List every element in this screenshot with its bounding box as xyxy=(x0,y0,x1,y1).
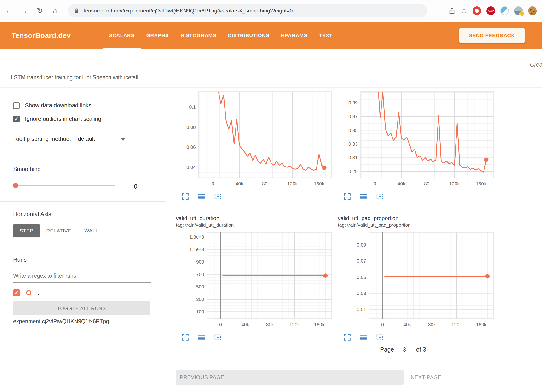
reload-icon[interactable]: ↻ xyxy=(35,6,45,16)
log-scale-icon[interactable] xyxy=(359,334,368,341)
browser-actions: ☆ ABP 1 xyxy=(448,0,542,22)
axis-relative-button[interactable]: RELATIVE xyxy=(40,224,78,237)
next-page-button[interactable]: NEXT PAGE xyxy=(411,370,441,385)
forward-icon[interactable]: → xyxy=(19,6,30,16)
fit-domain-icon[interactable] xyxy=(376,193,384,200)
back-icon[interactable]: ← xyxy=(4,6,14,16)
home-icon[interactable]: ⌂ xyxy=(50,6,60,16)
divider xyxy=(0,248,166,248)
blue-extension-icon[interactable] xyxy=(500,6,509,15)
previous-page-button[interactable]: PREVIOUS PAGE xyxy=(176,370,404,385)
svg-text:120k: 120k xyxy=(451,322,462,327)
address-bar[interactable]: tensorboard.dev/experiment/cj2vtPiwQHKN9… xyxy=(68,4,427,17)
scalar-line-chart[interactable]: 040k80k120k160k0.010.030.050.070.09 xyxy=(338,231,496,331)
svg-text:120k: 120k xyxy=(449,181,460,186)
log-scale-icon[interactable] xyxy=(197,193,206,200)
svg-text:0: 0 xyxy=(374,181,376,186)
svg-text:0: 0 xyxy=(212,181,214,186)
svg-text:1.1e+3: 1.1e+3 xyxy=(189,247,204,252)
settings-sidebar: Show data download links ✓ Ignore outlie… xyxy=(0,87,166,392)
checkbox-checked-icon[interactable]: ✓ xyxy=(13,116,20,122)
runs-filter-input[interactable] xyxy=(13,269,151,283)
run-checkbox[interactable]: ✓ xyxy=(13,289,20,296)
expand-chart-icon[interactable] xyxy=(343,193,351,200)
browser-nav-group: ← → ↻ ⌂ xyxy=(0,6,60,16)
fit-domain-icon[interactable] xyxy=(376,334,384,341)
bookmark-star-icon[interactable]: ☆ xyxy=(461,7,467,14)
content-area: Show data download links ✓ Ignore outlie… xyxy=(0,87,542,392)
svg-text:100: 100 xyxy=(196,309,204,314)
svg-text:0.39: 0.39 xyxy=(348,100,358,105)
svg-text:80k: 80k xyxy=(266,322,274,327)
tooltip-sorting-select[interactable]: default xyxy=(76,135,127,144)
experiment-subheader: Crea LSTM transducer training for LibriS… xyxy=(0,49,542,87)
profile-badge: 1 xyxy=(519,11,525,16)
charts-panel: 040k80k120k160k0.040.060.080.1 xyxy=(166,87,542,392)
svg-text:40k: 40k xyxy=(236,181,243,186)
tooltip-sorting-label: Tooltip sorting method: xyxy=(13,136,71,144)
chart-tag: tag: train/valid_utt_duration xyxy=(176,222,338,229)
chevron-down-icon xyxy=(121,138,125,141)
ignore-outliers-row[interactable]: ✓ Ignore outliers in chart scaling xyxy=(13,114,101,124)
svg-text:80k: 80k xyxy=(428,322,436,327)
show-download-links-label: Show data download links xyxy=(25,102,92,109)
url-text[interactable]: tensorboard.dev/experiment/cj2vtPiwQHKN9… xyxy=(84,8,293,14)
svg-text:160k: 160k xyxy=(314,181,324,186)
axis-step-button[interactable]: STEP xyxy=(13,224,40,237)
adblock-extension-icon[interactable] xyxy=(473,6,481,15)
scalar-line-chart[interactable]: 040k80k120k160k0.040.060.080.1 xyxy=(176,90,334,190)
scalar-line-chart[interactable]: 040k80k120k160k0.290.310.330.350.370.39 xyxy=(338,90,496,190)
show-download-links-row[interactable]: Show data download links xyxy=(13,101,92,110)
svg-text:0.35: 0.35 xyxy=(348,128,358,133)
svg-text:40k: 40k xyxy=(241,322,249,327)
smoothing-slider-thumb[interactable] xyxy=(13,183,18,188)
svg-text:40k: 40k xyxy=(398,181,405,186)
pagination: Page of 3 xyxy=(380,346,426,354)
tooltip-sorting-row: Tooltip sorting method: default xyxy=(13,133,127,144)
checkbox-unchecked-icon[interactable] xyxy=(13,102,20,109)
svg-text:900: 900 xyxy=(196,259,204,265)
tab-histograms[interactable]: HISTOGRAMS xyxy=(180,22,216,49)
svg-text:0: 0 xyxy=(381,322,384,327)
share-icon[interactable] xyxy=(448,7,456,14)
svg-text:0.08: 0.08 xyxy=(186,125,196,130)
expand-chart-icon[interactable] xyxy=(181,193,189,200)
svg-text:1.3e+3: 1.3e+3 xyxy=(189,234,204,240)
scalar-line-chart[interactable]: 040k80k120k160k1003005007009001.1e+31.3e… xyxy=(176,231,334,331)
log-scale-icon[interactable] xyxy=(359,193,368,200)
cookie-extension-icon[interactable] xyxy=(528,6,537,15)
abp-extension-icon[interactable]: ABP xyxy=(486,6,495,15)
experiment-description: LSTM transducer training for LibriSpeech… xyxy=(11,74,138,81)
chart-actions xyxy=(338,334,500,341)
scalar-chart-card-2: 040k80k120k160k0.290.310.330.350.370.39 xyxy=(338,87,500,200)
svg-text:0.03: 0.03 xyxy=(357,291,366,296)
svg-text:160k: 160k xyxy=(314,322,325,327)
send-feedback-button[interactable]: SEND FEEDBACK xyxy=(459,28,525,43)
profile-avatar[interactable]: 1 xyxy=(514,6,523,15)
axis-wall-button[interactable]: WALL xyxy=(78,224,105,237)
tab-distributions[interactable]: DISTRIBUTIONS xyxy=(228,22,269,49)
fit-domain-icon[interactable] xyxy=(214,334,222,341)
page-number-input[interactable] xyxy=(397,346,411,354)
tab-hparams[interactable]: HPARAMS xyxy=(281,22,307,49)
toggle-all-runs-button[interactable]: TOGGLE ALL RUNS xyxy=(13,301,150,315)
svg-text:0: 0 xyxy=(219,322,222,327)
tab-scalars[interactable]: SCALARS xyxy=(109,22,134,49)
log-scale-icon[interactable] xyxy=(197,334,206,341)
expand-chart-icon[interactable] xyxy=(181,334,189,341)
run-row[interactable]: ✓ . xyxy=(13,289,39,296)
header-tabs: SCALARS GRAPHS HISTOGRAMS DISTRIBUTIONS … xyxy=(109,22,333,49)
svg-text:0.01: 0.01 xyxy=(357,307,366,312)
tab-graphs[interactable]: GRAPHS xyxy=(146,22,169,49)
app-logo[interactable]: TensorBoard.dev xyxy=(12,22,71,49)
smoothing-value-input[interactable] xyxy=(120,181,151,192)
svg-text:0.31: 0.31 xyxy=(348,155,358,160)
chart-tag xyxy=(338,87,500,88)
tab-text[interactable]: TEXT xyxy=(319,22,332,49)
chart-title: valid_utt_pad_proportion xyxy=(338,214,500,222)
expand-chart-icon[interactable] xyxy=(343,334,351,341)
tensorboard-header: TensorBoard.dev SCALARS GRAPHS HISTOGRAM… xyxy=(0,22,542,49)
fit-domain-icon[interactable] xyxy=(214,193,222,200)
svg-text:0.09: 0.09 xyxy=(357,242,366,248)
smoothing-slider[interactable] xyxy=(14,185,115,186)
